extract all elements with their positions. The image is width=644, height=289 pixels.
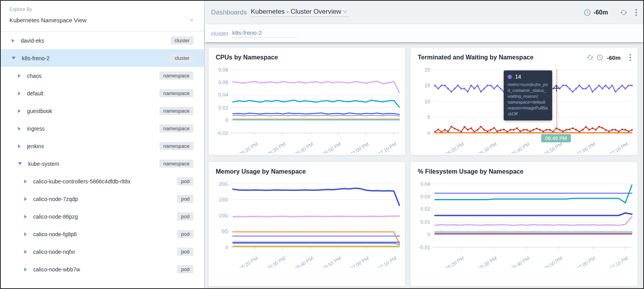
type-badge: namespace <box>159 124 193 133</box>
scope-filter-bar: cluster k8s-freno-2 <box>205 24 643 42</box>
svg-text:06:50 PM: 06:50 PM <box>543 141 564 153</box>
chart-svg[interactable]: 0.080.060.040.020-0.0206:20 PM06:30 PM06… <box>209 65 405 153</box>
tree-row[interactable]: calico-node-fg8p6pod <box>1 225 204 243</box>
panel-title: Terminated and Waiting by Namespace <box>418 54 533 61</box>
expand-arrow-icon[interactable] <box>18 127 21 131</box>
tooltip-detail-lines: metric=sum(kube_pod_container_status_wai… <box>508 82 548 117</box>
type-badge: pod <box>177 265 193 273</box>
svg-text:5G: 5G <box>222 228 228 234</box>
clock-icon[interactable] <box>583 9 591 16</box>
time-range-label[interactable]: -60m <box>594 9 608 16</box>
tooltip-header: 14 <box>508 74 548 80</box>
tree-row[interactable]: defaultnamespace <box>1 84 204 102</box>
series-dot-icon <box>508 75 512 79</box>
collapse-arrow-icon[interactable] <box>12 57 16 59</box>
grouping-view-select[interactable]: Kubernetes Namespace View <box>9 16 195 24</box>
svg-text:0.02: 0.02 <box>218 105 228 111</box>
tree-row[interactable]: k8s-freno-2cluster <box>1 49 204 67</box>
type-badge: pod <box>177 212 193 221</box>
type-badge: namespace <box>159 142 193 150</box>
svg-text:0.08: 0.08 <box>218 67 228 73</box>
tree-row[interactable]: calico-node-86pzgpod <box>1 208 204 225</box>
tree-row[interactable]: calico-node-wbb7wpod <box>1 260 204 278</box>
chart-svg[interactable]: 20G15G10G5G006:20 PM06:30 PM06:40 PM06:5… <box>209 179 405 267</box>
panel-header: Memory Usage by Namespace <box>209 162 405 179</box>
tree-row[interactable]: guestbooknamespace <box>1 102 204 120</box>
panel-toolbar: -60m <box>587 53 632 62</box>
svg-text:-0.01: -0.01 <box>419 244 430 250</box>
expand-arrow-icon[interactable] <box>24 215 27 219</box>
expand-arrow-icon[interactable] <box>24 232 27 236</box>
expand-arrow-icon[interactable] <box>12 39 14 43</box>
svg-text:0.03: 0.03 <box>420 194 430 199</box>
svg-text:10: 10 <box>425 99 430 104</box>
svg-text:06:40 PM: 06:40 PM <box>510 255 531 267</box>
tree-row[interactable]: calico-kube-controllers-5866c4dfdb-rlt8x… <box>1 172 204 190</box>
tree-row[interactable]: calico-node-7zqdppod <box>1 190 204 208</box>
kebab-menu-icon[interactable] <box>635 8 638 17</box>
svg-text:20: 20 <box>425 67 430 73</box>
svg-text:07:00 PM: 07:00 PM <box>349 141 370 153</box>
tree-item-label: guestbook <box>27 108 159 114</box>
tree-item-label: calico-kube-controllers-5866c4dfdb-rlt8x <box>33 178 177 185</box>
panel-cpus-by-namespace: CPUs by Namespace 0.080.060.040.020-0.02… <box>208 47 405 155</box>
tree-item-label: k8s-freno-2 <box>22 55 171 61</box>
svg-text:06:20 PM: 06:20 PM <box>238 141 259 153</box>
type-badge: namespace <box>159 89 193 97</box>
tree-row[interactable]: ingressnamespace <box>1 120 204 137</box>
chart-svg[interactable]: 0.040.030.020.010-0.0106:20 PM06:30 PM06… <box>411 179 638 267</box>
tree-item-label: calico-node-wbb7w <box>33 266 177 273</box>
tree-item-label: ingress <box>27 126 159 132</box>
tree-row[interactable]: calico-node-nqfxrpod <box>1 243 204 260</box>
refresh-icon[interactable] <box>587 54 594 61</box>
svg-text:06:20 PM: 06:20 PM <box>238 255 259 267</box>
expand-arrow-icon[interactable] <box>18 109 21 113</box>
tree-item-label: calico-node-nqfxr <box>33 249 177 255</box>
panel-header: CPUs by Namespace <box>209 48 405 65</box>
tree-row[interactable]: david-ekscluster <box>1 32 204 49</box>
expand-arrow-icon[interactable] <box>18 144 21 148</box>
tree-item-label: default <box>27 90 159 97</box>
tree-row[interactable]: kube-systemnamespace <box>1 155 204 172</box>
expand-arrow-icon[interactable] <box>18 74 21 78</box>
sidebar: Explore By Kubernetes Namespace View dav… <box>1 1 205 288</box>
svg-text:06:30 PM: 06:30 PM <box>266 255 287 267</box>
tree-item-label: kube-system <box>28 161 159 167</box>
refresh-icon[interactable] <box>620 9 628 16</box>
expand-arrow-icon[interactable] <box>24 267 27 271</box>
dashboard-select[interactable]: Kubernetes - Cluster Overview <box>251 8 349 17</box>
svg-text:5: 5 <box>428 114 430 120</box>
explore-header: Explore By Kubernetes Namespace View <box>1 1 204 32</box>
svg-text:0: 0 <box>428 130 430 136</box>
memory-chart[interactable]: 20G15G10G5G006:20 PM06:30 PM06:40 PM06:5… <box>209 179 405 267</box>
filesystem-chart[interactable]: 0.040.030.020.010-0.0106:20 PM06:30 PM06… <box>411 179 637 267</box>
tree-row[interactable]: jenkinsnamespace <box>1 137 204 155</box>
collapse-arrow-icon[interactable] <box>18 162 22 165</box>
entity-tree: david-eksclusterk8s-freno-2clusterchaosn… <box>1 32 204 288</box>
svg-text:07:10 PM: 07:10 PM <box>377 255 398 267</box>
filter-value-select[interactable]: k8s-freno-2 <box>232 29 297 38</box>
topbar-actions: -60m <box>583 8 638 17</box>
expand-arrow-icon[interactable] <box>18 92 21 95</box>
expand-arrow-icon[interactable] <box>24 250 27 254</box>
svg-text:-0.02: -0.02 <box>216 130 228 136</box>
panel-filesystem-usage: % Filesystem Usage by Namespace 0.040.03… <box>410 162 638 287</box>
dashboard-topbar: Dashboards Kubernetes - Cluster Overview… <box>205 1 643 24</box>
svg-text:06:50 PM: 06:50 PM <box>322 141 342 153</box>
svg-text:0: 0 <box>225 244 228 250</box>
kebab-menu-icon[interactable] <box>629 53 632 62</box>
svg-text:0: 0 <box>428 232 430 237</box>
clock-icon[interactable] <box>596 54 603 61</box>
type-badge: cluster <box>171 36 193 45</box>
panel-time-range-label[interactable]: -60m <box>607 54 621 61</box>
panel-title: % Filesystem Usage by Namespace <box>418 168 523 175</box>
expand-arrow-icon[interactable] <box>24 180 27 183</box>
cpus-chart[interactable]: 0.080.060.040.020-0.0206:20 PM06:30 PM06… <box>209 65 405 153</box>
expand-arrow-icon[interactable] <box>24 197 27 201</box>
tree-row[interactable]: chaosnamespace <box>1 67 204 84</box>
tooltip-line: reason=ImagePullBackOff <box>508 105 548 117</box>
svg-text:0.04: 0.04 <box>218 92 228 98</box>
tree-item-label: chaos <box>27 73 159 79</box>
type-badge: namespace <box>159 72 193 80</box>
filter-key-label: cluster <box>211 30 228 37</box>
